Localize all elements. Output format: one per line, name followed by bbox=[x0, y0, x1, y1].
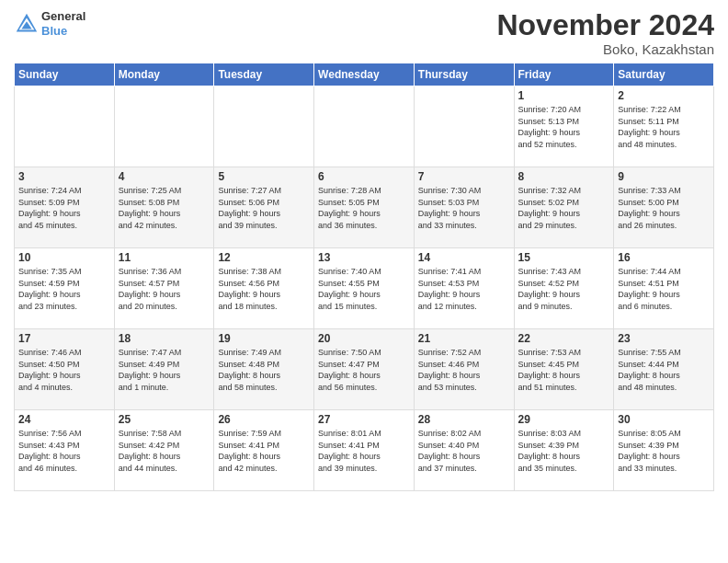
logo-icon bbox=[14, 11, 40, 37]
day-info: Sunrise: 7:22 AM Sunset: 5:11 PM Dayligh… bbox=[618, 104, 710, 150]
table-row: 17Sunrise: 7:46 AM Sunset: 4:50 PM Dayli… bbox=[15, 329, 115, 410]
table-row: 27Sunrise: 8:01 AM Sunset: 4:41 PM Dayli… bbox=[314, 410, 415, 491]
col-wednesday: Wednesday bbox=[314, 63, 415, 86]
table-row bbox=[15, 86, 115, 167]
day-number: 18 bbox=[119, 332, 210, 345]
title-block: November 2024 Boko, Kazakhstan bbox=[496, 9, 714, 57]
table-row: 14Sunrise: 7:41 AM Sunset: 4:53 PM Dayli… bbox=[414, 248, 514, 329]
day-info: Sunrise: 7:49 AM Sunset: 4:48 PM Dayligh… bbox=[218, 347, 310, 393]
day-number: 16 bbox=[618, 251, 710, 264]
table-row: 24Sunrise: 7:56 AM Sunset: 4:43 PM Dayli… bbox=[15, 410, 115, 491]
day-number: 30 bbox=[618, 413, 710, 426]
table-row: 16Sunrise: 7:44 AM Sunset: 4:51 PM Dayli… bbox=[614, 248, 714, 329]
table-row: 4Sunrise: 7:25 AM Sunset: 5:08 PM Daylig… bbox=[114, 167, 214, 248]
logo-blue: Blue bbox=[41, 24, 85, 39]
calendar-table: Sunday Monday Tuesday Wednesday Thursday… bbox=[14, 63, 714, 491]
day-info: Sunrise: 7:47 AM Sunset: 4:49 PM Dayligh… bbox=[119, 347, 210, 393]
logo-general: General bbox=[41, 9, 85, 24]
day-info: Sunrise: 7:56 AM Sunset: 4:43 PM Dayligh… bbox=[18, 428, 110, 474]
day-info: Sunrise: 7:46 AM Sunset: 4:50 PM Dayligh… bbox=[18, 347, 110, 393]
calendar-page: General Blue November 2024 Boko, Kazakhs… bbox=[0, 0, 728, 563]
logo: General Blue bbox=[14, 9, 85, 38]
day-info: Sunrise: 7:32 AM Sunset: 5:02 PM Dayligh… bbox=[518, 185, 610, 231]
day-number: 27 bbox=[318, 413, 410, 426]
table-row: 18Sunrise: 7:47 AM Sunset: 4:49 PM Dayli… bbox=[114, 329, 214, 410]
col-tuesday: Tuesday bbox=[214, 63, 314, 86]
day-number: 26 bbox=[218, 413, 310, 426]
day-info: Sunrise: 8:03 AM Sunset: 4:39 PM Dayligh… bbox=[518, 428, 610, 474]
table-row bbox=[414, 86, 514, 167]
calendar-week-row: 1Sunrise: 7:20 AM Sunset: 5:13 PM Daylig… bbox=[15, 86, 714, 167]
calendar-header-row: Sunday Monday Tuesday Wednesday Thursday… bbox=[15, 63, 714, 86]
day-info: Sunrise: 7:58 AM Sunset: 4:42 PM Dayligh… bbox=[119, 428, 210, 474]
day-number: 28 bbox=[418, 413, 510, 426]
location: Boko, Kazakhstan bbox=[496, 41, 714, 57]
table-row bbox=[114, 86, 214, 167]
table-row: 30Sunrise: 8:05 AM Sunset: 4:39 PM Dayli… bbox=[614, 410, 714, 491]
day-info: Sunrise: 7:41 AM Sunset: 4:53 PM Dayligh… bbox=[418, 266, 510, 312]
day-info: Sunrise: 7:36 AM Sunset: 4:57 PM Dayligh… bbox=[119, 266, 210, 312]
table-row: 11Sunrise: 7:36 AM Sunset: 4:57 PM Dayli… bbox=[114, 248, 214, 329]
header: General Blue November 2024 Boko, Kazakhs… bbox=[14, 9, 714, 57]
table-row: 29Sunrise: 8:03 AM Sunset: 4:39 PM Dayli… bbox=[514, 410, 614, 491]
day-info: Sunrise: 7:43 AM Sunset: 4:52 PM Dayligh… bbox=[518, 266, 610, 312]
table-row: 19Sunrise: 7:49 AM Sunset: 4:48 PM Dayli… bbox=[214, 329, 314, 410]
day-info: Sunrise: 7:35 AM Sunset: 4:59 PM Dayligh… bbox=[18, 266, 110, 312]
table-row: 20Sunrise: 7:50 AM Sunset: 4:47 PM Dayli… bbox=[314, 329, 415, 410]
day-number: 2 bbox=[618, 89, 710, 102]
day-number: 10 bbox=[18, 251, 110, 264]
day-number: 5 bbox=[218, 170, 310, 183]
day-number: 7 bbox=[418, 170, 510, 183]
day-info: Sunrise: 7:55 AM Sunset: 4:44 PM Dayligh… bbox=[618, 347, 710, 393]
col-saturday: Saturday bbox=[614, 63, 714, 86]
table-row: 5Sunrise: 7:27 AM Sunset: 5:06 PM Daylig… bbox=[214, 167, 314, 248]
table-row: 1Sunrise: 7:20 AM Sunset: 5:13 PM Daylig… bbox=[514, 86, 614, 167]
table-row: 22Sunrise: 7:53 AM Sunset: 4:45 PM Dayli… bbox=[514, 329, 614, 410]
table-row: 6Sunrise: 7:28 AM Sunset: 5:05 PM Daylig… bbox=[314, 167, 415, 248]
day-number: 9 bbox=[618, 170, 710, 183]
day-number: 8 bbox=[518, 170, 610, 183]
calendar-week-row: 17Sunrise: 7:46 AM Sunset: 4:50 PM Dayli… bbox=[15, 329, 714, 410]
calendar-week-row: 3Sunrise: 7:24 AM Sunset: 5:09 PM Daylig… bbox=[15, 167, 714, 248]
calendar-week-row: 10Sunrise: 7:35 AM Sunset: 4:59 PM Dayli… bbox=[15, 248, 714, 329]
day-number: 11 bbox=[119, 251, 210, 264]
day-info: Sunrise: 7:28 AM Sunset: 5:05 PM Dayligh… bbox=[318, 185, 410, 231]
day-number: 13 bbox=[318, 251, 410, 264]
day-info: Sunrise: 7:59 AM Sunset: 4:41 PM Dayligh… bbox=[218, 428, 310, 474]
table-row: 7Sunrise: 7:30 AM Sunset: 5:03 PM Daylig… bbox=[414, 167, 514, 248]
day-info: Sunrise: 8:02 AM Sunset: 4:40 PM Dayligh… bbox=[418, 428, 510, 474]
col-friday: Friday bbox=[514, 63, 614, 86]
day-number: 12 bbox=[218, 251, 310, 264]
table-row: 12Sunrise: 7:38 AM Sunset: 4:56 PM Dayli… bbox=[214, 248, 314, 329]
calendar-week-row: 24Sunrise: 7:56 AM Sunset: 4:43 PM Dayli… bbox=[15, 410, 714, 491]
day-info: Sunrise: 7:30 AM Sunset: 5:03 PM Dayligh… bbox=[418, 185, 510, 231]
day-info: Sunrise: 7:50 AM Sunset: 4:47 PM Dayligh… bbox=[318, 347, 410, 393]
day-info: Sunrise: 7:33 AM Sunset: 5:00 PM Dayligh… bbox=[618, 185, 710, 231]
day-info: Sunrise: 8:05 AM Sunset: 4:39 PM Dayligh… bbox=[618, 428, 710, 474]
day-number: 24 bbox=[18, 413, 110, 426]
logo-text: General Blue bbox=[41, 9, 85, 38]
day-info: Sunrise: 7:25 AM Sunset: 5:08 PM Dayligh… bbox=[119, 185, 210, 231]
day-number: 20 bbox=[318, 332, 410, 345]
day-info: Sunrise: 7:40 AM Sunset: 4:55 PM Dayligh… bbox=[318, 266, 410, 312]
day-number: 1 bbox=[518, 89, 610, 102]
day-number: 4 bbox=[119, 170, 210, 183]
day-info: Sunrise: 8:01 AM Sunset: 4:41 PM Dayligh… bbox=[318, 428, 410, 474]
table-row: 15Sunrise: 7:43 AM Sunset: 4:52 PM Dayli… bbox=[514, 248, 614, 329]
day-info: Sunrise: 7:53 AM Sunset: 4:45 PM Dayligh… bbox=[518, 347, 610, 393]
col-sunday: Sunday bbox=[15, 63, 115, 86]
day-info: Sunrise: 7:27 AM Sunset: 5:06 PM Dayligh… bbox=[218, 185, 310, 231]
day-info: Sunrise: 7:44 AM Sunset: 4:51 PM Dayligh… bbox=[618, 266, 710, 312]
table-row: 13Sunrise: 7:40 AM Sunset: 4:55 PM Dayli… bbox=[314, 248, 415, 329]
table-row: 2Sunrise: 7:22 AM Sunset: 5:11 PM Daylig… bbox=[614, 86, 714, 167]
table-row: 23Sunrise: 7:55 AM Sunset: 4:44 PM Dayli… bbox=[614, 329, 714, 410]
day-info: Sunrise: 7:38 AM Sunset: 4:56 PM Dayligh… bbox=[218, 266, 310, 312]
day-number: 6 bbox=[318, 170, 410, 183]
day-number: 25 bbox=[119, 413, 210, 426]
day-number: 3 bbox=[18, 170, 110, 183]
day-info: Sunrise: 7:52 AM Sunset: 4:46 PM Dayligh… bbox=[418, 347, 510, 393]
table-row: 8Sunrise: 7:32 AM Sunset: 5:02 PM Daylig… bbox=[514, 167, 614, 248]
day-number: 14 bbox=[418, 251, 510, 264]
day-number: 19 bbox=[218, 332, 310, 345]
day-number: 21 bbox=[418, 332, 510, 345]
